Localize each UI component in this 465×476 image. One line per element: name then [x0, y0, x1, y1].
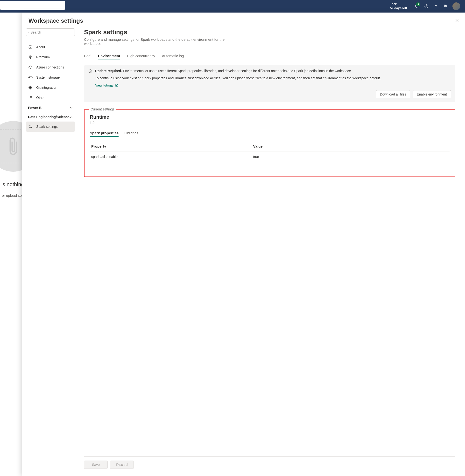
global-search-stub[interactable]: [0, 1, 65, 10]
settings-gear-icon[interactable]: [422, 1, 431, 11]
svg-point-2: [446, 6, 447, 7]
trial-label: Trial:: [390, 2, 407, 6]
notifications-icon[interactable]: 3: [412, 1, 422, 11]
svg-point-1: [444, 5, 446, 6]
feedback-icon[interactable]: [441, 1, 451, 11]
help-icon[interactable]: [431, 1, 441, 11]
global-topbar: Trial: 59 days left 3: [0, 0, 465, 12]
trial-days: 59 days left: [390, 6, 407, 10]
notif-badge: 3: [416, 2, 420, 6]
avatar[interactable]: [453, 2, 460, 10]
trial-status[interactable]: Trial: 59 days left: [390, 2, 407, 10]
svg-point-0: [426, 6, 427, 7]
